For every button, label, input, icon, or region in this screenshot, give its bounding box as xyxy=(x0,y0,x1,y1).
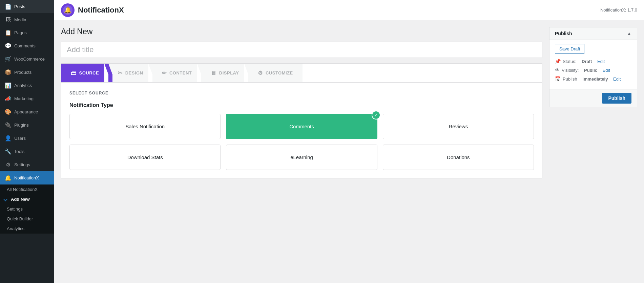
sidebar-label-appearance: Appearance xyxy=(14,109,38,114)
publish-edit-link[interactable]: Edit xyxy=(613,77,621,82)
notif-card-comments[interactable]: Comments✓ xyxy=(226,114,377,139)
sidebar-subitem-quick-builder[interactable]: Quick Builder xyxy=(0,214,54,224)
sidebar-label-woocommerce: WooCommerce xyxy=(14,57,45,62)
sidebar-icon-products: 📦 xyxy=(5,69,12,75)
sidebar-subitem-analytics[interactable]: Analytics xyxy=(0,224,54,234)
wizard-tab-customize[interactable]: ⚙ CUSTOMIZE xyxy=(248,64,302,82)
notif-card-sales-notification[interactable]: Sales Notification xyxy=(69,114,221,139)
tab-icon-source: 🗃 xyxy=(71,70,77,76)
content-area: Add New 🗃 SOURCE ✂ DESIGN ✏ CONTENT 🖥 DI… xyxy=(54,20,644,283)
header: 🔔 NotificationX NotificationX: 1.7.0 xyxy=(54,0,644,20)
publish-label: Publish xyxy=(563,77,577,82)
sidebar-label-tools: Tools xyxy=(14,149,24,154)
wizard-tab-display[interactable]: 🖥 DISPLAY xyxy=(201,64,248,82)
sidebar-icon-analytics: 📊 xyxy=(5,82,12,89)
brand: 🔔 NotificationX xyxy=(61,3,124,17)
sidebar-item-tools[interactable]: 🔧 Tools xyxy=(0,145,54,158)
tab-label-content: CONTENT xyxy=(169,70,192,75)
notif-card-donations[interactable]: Donations xyxy=(383,145,534,170)
publish-time-meta: 📅 Publish immediately Edit xyxy=(555,76,631,82)
notif-card-reviews[interactable]: Reviews xyxy=(383,114,534,139)
tab-label-display: DISPLAY xyxy=(219,70,239,75)
sidebar-item-woocommerce[interactable]: 🛒 WooCommerce xyxy=(0,52,54,66)
sidebar-item-comments[interactable]: 💬 Comments xyxy=(0,39,54,52)
tab-label-customize: CUSTOMIZE xyxy=(266,70,293,75)
sidebar-item-settings[interactable]: ⚙ Settings xyxy=(0,158,54,171)
visibility-icon: 👁 xyxy=(555,67,560,73)
check-badge-comments: ✓ xyxy=(372,111,380,119)
status-label: Status: xyxy=(563,59,576,64)
publish-box: Publish ▲ Save Draft 📌 Status: Draft Edi… xyxy=(549,27,637,107)
sidebar-icon-marketing: 📣 xyxy=(5,95,12,102)
sidebar-subitem-all-notificationx[interactable]: All NotificationX xyxy=(0,184,54,194)
collapse-icon[interactable]: ▲ xyxy=(627,31,631,36)
sidebar-item-posts[interactable]: 📄 Posts xyxy=(0,0,54,13)
notif-card-label-elearning: eLearning xyxy=(290,154,313,160)
title-input[interactable] xyxy=(61,42,542,58)
tab-label-source: SOURCE xyxy=(79,70,99,75)
tab-icon-customize: ⚙ xyxy=(258,70,263,76)
status-meta: 📌 Status: Draft Edit xyxy=(555,59,631,64)
publish-box-header: Publish ▲ xyxy=(549,27,637,40)
sidebar-submenu-notificationx: All NotificationXAdd NewSettingsQuick Bu… xyxy=(0,184,54,234)
notif-card-label-comments: Comments xyxy=(289,124,314,129)
sidebar-item-media[interactable]: 🖼 Media xyxy=(0,13,54,26)
header-title: NotificationX xyxy=(78,6,124,15)
sidebar-item-analytics[interactable]: 📊 Analytics xyxy=(0,79,54,92)
sidebar-item-plugins[interactable]: 🔌 Plugins xyxy=(0,118,54,132)
sidebar-item-pages[interactable]: 📋 Pages xyxy=(0,26,54,39)
sidebar-icon-comments: 💬 xyxy=(5,43,12,49)
status-edit-link[interactable]: Edit xyxy=(597,59,605,64)
wizard-tab-source[interactable]: 🗃 SOURCE xyxy=(61,64,108,82)
sidebar-icon-woocommerce: 🛒 xyxy=(5,56,12,62)
header-version: NotificationX: 1.7.0 xyxy=(600,7,637,13)
sidebar-label-marketing: Marketing xyxy=(14,96,34,101)
sidebar-label-analytics: Analytics xyxy=(14,83,32,88)
publish-box-title: Publish xyxy=(555,31,572,36)
sidebar-label-users: Users xyxy=(14,136,26,141)
publish-when: immediately xyxy=(582,77,608,82)
notif-card-label-sales-notification: Sales Notification xyxy=(125,124,165,129)
publish-button[interactable]: Publish xyxy=(602,93,631,104)
sidebar-icon-users: 👤 xyxy=(5,135,12,142)
sidebar-label-posts: Posts xyxy=(14,4,25,9)
sidebar-subitem-settings[interactable]: Settings xyxy=(0,204,54,214)
status-icon: 📌 xyxy=(555,59,561,64)
sidebar-label-settings: Settings xyxy=(14,162,30,167)
sidebar-icon-tools: 🔧 xyxy=(5,148,12,155)
tab-icon-content: ✏ xyxy=(162,70,167,76)
sidebar-icon-posts: 📄 xyxy=(5,3,12,10)
wizard-tab-design[interactable]: ✂ DESIGN xyxy=(108,64,152,82)
sidebar-icon-appearance: 🎨 xyxy=(5,109,12,115)
notif-card-download-stats[interactable]: Download Stats xyxy=(69,145,221,170)
arrow-icon xyxy=(3,197,7,201)
brand-logo: 🔔 xyxy=(61,3,75,17)
sidebar-item-marketing[interactable]: 📣 Marketing xyxy=(0,92,54,105)
notif-card-label-donations: Donations xyxy=(447,154,470,160)
sidebar-subitem-add-new[interactable]: Add New xyxy=(0,194,54,204)
main-area: 🔔 NotificationX NotificationX: 1.7.0 Add… xyxy=(54,0,644,283)
visibility-edit-link[interactable]: Edit xyxy=(603,68,610,73)
sidebar-item-products[interactable]: 📦 Products xyxy=(0,66,54,79)
sidebar-label-plugins: Plugins xyxy=(14,123,29,128)
sidebar-item-appearance[interactable]: 🎨 Appearance xyxy=(0,105,54,118)
section-label: SELECT SOURCE xyxy=(69,91,534,95)
tab-icon-display: 🖥 xyxy=(211,70,216,76)
sidebar-item-users[interactable]: 👤 Users xyxy=(0,132,54,145)
sidebar: 📄 Posts 🖼 Media 📋 Pages 💬 Comments 🛒 Woo… xyxy=(0,0,54,283)
notif-card-elearning[interactable]: eLearning xyxy=(226,145,377,170)
publish-box-body: Save Draft 📌 Status: Draft Edit 👁 Visibi… xyxy=(549,40,637,89)
wizard-tab-content[interactable]: ✏ CONTENT xyxy=(152,64,201,82)
side-panel: Publish ▲ Save Draft 📌 Status: Draft Edi… xyxy=(549,27,637,276)
sidebar-icon-plugins: 🔌 xyxy=(5,122,12,128)
save-draft-button[interactable]: Save Draft xyxy=(555,44,584,54)
notification-type-grid: Sales NotificationComments✓ReviewsDownlo… xyxy=(69,114,534,170)
sidebar-item-notificationx[interactable]: 🔔 NotificationX xyxy=(0,171,54,184)
calendar-icon: 📅 xyxy=(555,76,561,82)
notif-card-label-download-stats: Download Stats xyxy=(127,154,163,160)
sidebar-label-products: Products xyxy=(14,70,32,75)
content-panel: SELECT SOURCE Notification Type Sales No… xyxy=(61,82,542,178)
tab-label-design: DESIGN xyxy=(125,70,143,75)
visibility-meta: 👁 Visibility: Public Edit xyxy=(555,67,631,73)
publish-box-footer: Publish xyxy=(549,89,637,107)
